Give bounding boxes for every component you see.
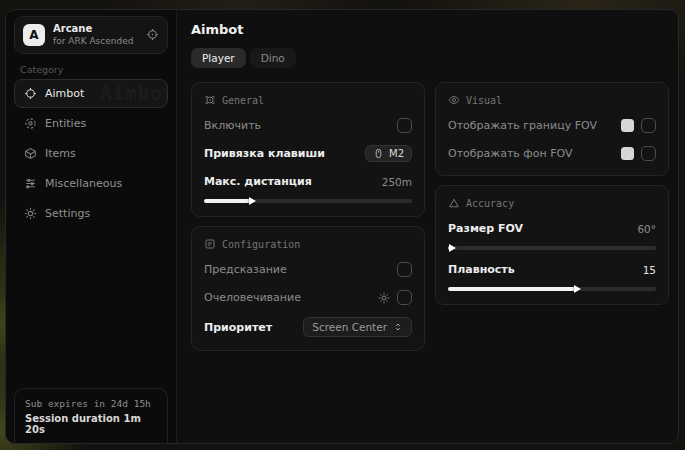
- fov-bg-checkbox[interactable]: [641, 146, 656, 161]
- sidebar-item-items[interactable]: Items: [14, 139, 168, 168]
- visual-title: Visual: [466, 95, 502, 106]
- fov-size-label: Размер FOV: [448, 222, 523, 235]
- max-distance-value: 250m: [382, 176, 412, 188]
- eye-icon: [448, 94, 460, 106]
- card-configuration: Configuration Предсказание Очеловечивани…: [191, 226, 425, 351]
- priority-select[interactable]: Screen Center: [303, 317, 412, 337]
- target-icon: [204, 94, 216, 106]
- sidebar: A Arcane for ARK Ascended Category Aimbo…: [6, 10, 177, 443]
- crosshair-icon: [24, 87, 37, 100]
- max-distance-row: Макс. дистанция 250m: [204, 173, 412, 190]
- app-logo-card: A Arcane for ARK Ascended: [14, 16, 168, 54]
- card-accuracy: Accuracy Размер FOV 60° Плавность 15: [435, 185, 669, 305]
- delta-icon: [448, 197, 460, 209]
- chevrons-up-down-icon: [393, 322, 403, 332]
- tune-icon: [204, 238, 216, 250]
- fov-size-value: 60°: [637, 223, 656, 235]
- fov-bg-controls: [621, 146, 656, 161]
- priority-value: Screen Center: [312, 321, 387, 333]
- prediction-label: Предсказание: [204, 263, 287, 276]
- tab-dino[interactable]: Dino: [250, 48, 296, 68]
- tab-player[interactable]: Player: [191, 48, 246, 68]
- sidebar-item-settings[interactable]: Settings: [14, 199, 168, 228]
- priority-row: Приоритет Screen Center: [204, 317, 412, 337]
- fov-border-color-swatch[interactable]: [621, 119, 634, 132]
- priority-label: Приоритет: [204, 321, 272, 334]
- left-column: General Включить Привязка клавиши M2: [191, 82, 425, 351]
- app-window: A Arcane for ARK Ascended Category Aimbo…: [5, 9, 679, 444]
- tab-bar: Player Dino: [191, 48, 669, 68]
- app-subtitle: for ARK Ascended: [53, 36, 138, 47]
- right-column: Visual Отображать границу FOV Отображать…: [435, 82, 669, 305]
- cards-grid: General Включить Привязка клавиши M2: [191, 82, 669, 351]
- sidebar-item-miscellaneous[interactable]: Miscellaneous: [14, 169, 168, 198]
- fov-bg-label: Отображать фон FOV: [448, 147, 572, 160]
- slider-fill: [448, 246, 452, 250]
- slider-fill: [204, 199, 252, 203]
- sidebar-item-label: Entities: [45, 117, 86, 130]
- sidebar-item-label: Miscellaneous: [45, 177, 122, 190]
- mouse-icon: [373, 148, 384, 159]
- sidebar-item-aimbot[interactable]: Aimbot Aimbot: [14, 79, 168, 108]
- configuration-title: Configuration: [222, 239, 300, 250]
- slider-fill: [448, 287, 577, 291]
- sidebar-item-label: Aimbot: [45, 87, 84, 100]
- smoothness-value: 15: [643, 264, 656, 276]
- configuration-header: Configuration: [204, 238, 412, 250]
- keybind-row: Привязка клавиши M2: [204, 145, 412, 162]
- app-title-block: Arcane for ARK Ascended: [53, 23, 138, 47]
- accuracy-title: Accuracy: [466, 198, 514, 209]
- visual-header: Visual: [448, 94, 656, 106]
- smoothness-slider[interactable]: [448, 287, 656, 291]
- prediction-checkbox[interactable]: [397, 262, 412, 277]
- crosshair-target-icon[interactable]: [146, 28, 159, 41]
- fov-border-label: Отображать границу FOV: [448, 119, 597, 132]
- general-title: General: [222, 95, 264, 106]
- enable-label: Включить: [204, 119, 261, 132]
- slider-thumb[interactable]: [449, 244, 456, 252]
- app-name: Arcane: [53, 23, 138, 36]
- radar-icon: [24, 117, 37, 130]
- keybind-button[interactable]: M2: [365, 145, 412, 162]
- fov-border-controls: [621, 118, 656, 133]
- sidebar-nav: Aimbot Aimbot Entities Items Miscellane: [6, 79, 176, 228]
- keybind-value: M2: [389, 148, 404, 159]
- slider-thumb[interactable]: [249, 197, 256, 205]
- humanize-row: Очеловечивание: [204, 289, 412, 306]
- page-title: Aimbot: [191, 22, 669, 37]
- fov-bg-row: Отображать фон FOV: [448, 145, 656, 162]
- humanize-checkbox[interactable]: [397, 290, 412, 305]
- fov-border-checkbox[interactable]: [641, 118, 656, 133]
- fov-size-row: Размер FOV 60°: [448, 220, 656, 237]
- gear-icon: [24, 207, 37, 220]
- ghost-watermark: Aimbot: [100, 82, 168, 104]
- smoothness-label: Плавность: [448, 263, 515, 276]
- session-duration-text: Session duration 1m 20s: [25, 413, 157, 435]
- category-label: Category: [20, 64, 162, 75]
- gear-icon[interactable]: [378, 292, 390, 304]
- sidebar-item-label: Items: [45, 147, 76, 160]
- sidebar-item-label: Settings: [45, 207, 90, 220]
- package-icon: [24, 147, 37, 160]
- keybind-label: Привязка клавиши: [204, 147, 325, 160]
- fov-size-slider[interactable]: [448, 246, 656, 250]
- sidebar-item-entities[interactable]: Entities: [14, 109, 168, 138]
- fov-bg-color-swatch[interactable]: [621, 147, 634, 160]
- card-visual: Visual Отображать границу FOV Отображать…: [435, 82, 669, 176]
- main-content: Aimbot Player Dino General Включить: [177, 10, 679, 443]
- max-distance-slider[interactable]: [204, 199, 412, 203]
- sub-expires-text: Sub expires in 24d 15h: [25, 398, 157, 409]
- enable-checkbox[interactable]: [397, 118, 412, 133]
- card-general: General Включить Привязка клавиши M2: [191, 82, 425, 217]
- general-header: General: [204, 94, 412, 106]
- prediction-row: Предсказание: [204, 261, 412, 278]
- smoothness-row: Плавность 15: [448, 261, 656, 278]
- logo-letter: A: [29, 28, 38, 42]
- slider-thumb[interactable]: [574, 285, 581, 293]
- sliders-icon: [24, 177, 37, 190]
- session-info-card: Sub expires in 24d 15h Session duration …: [14, 388, 168, 443]
- fov-border-row: Отображать границу FOV: [448, 117, 656, 134]
- enable-row: Включить: [204, 117, 412, 134]
- humanize-label: Очеловечивание: [204, 291, 301, 304]
- app-logo: A: [23, 24, 45, 46]
